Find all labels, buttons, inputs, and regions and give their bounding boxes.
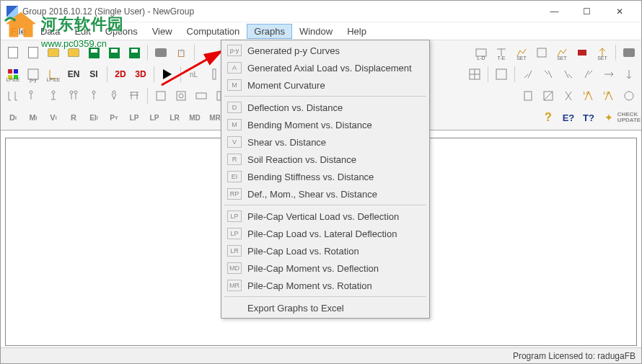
b10-button[interactable] <box>192 86 211 105</box>
dropdown-item[interactable]: MRPile-Cap Moment vs. Rotation <box>223 277 428 294</box>
arr4-button[interactable] <box>579 65 598 84</box>
help-button[interactable]: ? <box>539 108 558 127</box>
open-multi-button[interactable] <box>64 43 83 62</box>
nl-button[interactable]: nL <box>185 65 203 84</box>
b6-button[interactable] <box>105 86 123 105</box>
dropdown-item[interactable]: RPDef., Mom., Shear vs. Distance <box>223 185 428 203</box>
sec2-button[interactable] <box>539 86 558 105</box>
arr6-button[interactable] <box>620 65 638 84</box>
b1-button[interactable] <box>4 86 22 105</box>
lr-button[interactable]: LR <box>165 108 184 127</box>
grid-button[interactable] <box>465 65 484 84</box>
new-multi-button[interactable] <box>24 43 43 62</box>
sec3-button[interactable] <box>559 86 578 105</box>
dropdown-item[interactable]: AGenerated Axial Load vs. Displacement <box>223 59 428 76</box>
dropdown-item[interactable]: p-yGenerated p-y Curves <box>223 42 428 59</box>
new-button[interactable] <box>4 43 22 62</box>
b2-button[interactable] <box>24 86 43 105</box>
dropdown-item[interactable]: LRPile-Cap Load vs. Rotation <box>223 242 428 259</box>
b8-button[interactable] <box>151 86 170 105</box>
b4-button[interactable] <box>64 86 83 105</box>
menu-graphs[interactable]: Graphs <box>247 24 292 39</box>
rect-button[interactable] <box>573 43 592 62</box>
dropdown-item[interactable]: Export Graphs to Excel <box>223 299 428 316</box>
dropdown-item[interactable]: MMoment Curvature <box>223 76 428 94</box>
sec4-button[interactable]: 1.0 <box>579 86 598 105</box>
r-button[interactable]: R <box>64 108 83 127</box>
si-button[interactable]: SI <box>84 65 103 84</box>
update-button[interactable]: CHECKUPDATE <box>620 108 638 127</box>
dropdown-item[interactable]: EIBending Stiffness vs. Distance <box>223 168 428 185</box>
ld-button[interactable]: L-D <box>472 43 491 62</box>
svg-rect-3 <box>8 69 12 74</box>
maximize-button[interactable]: ☐ <box>571 1 603 22</box>
dropdown-item[interactable]: DDeflection vs. Distance <box>223 99 428 116</box>
d-button[interactable]: DI <box>4 108 22 127</box>
e1-button[interactable] <box>492 65 511 84</box>
b5-button[interactable] <box>84 86 103 105</box>
arr5-button[interactable] <box>599 65 618 84</box>
save-as-button[interactable] <box>125 43 144 62</box>
menu-computation[interactable]: Computation <box>180 24 247 39</box>
b3-button[interactable] <box>44 86 63 105</box>
sec5-button[interactable]: 1.0 <box>599 86 618 105</box>
dropdown-item[interactable]: LPPile-Cap Vertical Load vs. Deflection <box>223 208 428 225</box>
m-button[interactable]: MI <box>24 108 43 127</box>
lpile2-button[interactable]: LPILE <box>44 65 63 84</box>
set2-button[interactable]: SET <box>553 43 571 62</box>
dropdown-item[interactable]: MDPile-Cap Moment vs. Deflection <box>223 259 428 277</box>
save-all-button[interactable] <box>105 43 123 62</box>
lpile-button[interactable]: LPILE <box>4 65 22 84</box>
py-button[interactable]: p-y <box>24 65 43 84</box>
dropdown-item[interactable]: RSoil Reaction vs. Distance <box>223 151 428 168</box>
save-button[interactable] <box>84 43 103 62</box>
b9-button[interactable] <box>172 86 190 105</box>
lc-button[interactable] <box>532 43 551 62</box>
menu-data[interactable]: Data <box>33 24 67 39</box>
copy-button[interactable]: 📋 <box>172 43 190 62</box>
ei-button[interactable]: EII <box>84 108 103 127</box>
puzzle-button[interactable]: ✦ <box>599 108 618 127</box>
dropdown-item[interactable]: VShear vs. Distance <box>223 133 428 151</box>
3d-button[interactable]: 3D <box>131 65 150 84</box>
2d-button[interactable]: 2D <box>111 65 130 84</box>
menu-file[interactable]: File <box>4 24 33 39</box>
eq-button[interactable]: E? <box>559 108 578 127</box>
arr3-button[interactable] <box>559 65 578 84</box>
md-button[interactable]: MD <box>185 108 204 127</box>
menu-bar: FileDataEditOptionsViewComputationGraphs… <box>1 22 641 40</box>
tq-button[interactable]: T? <box>579 108 598 127</box>
arr1-button[interactable] <box>519 65 537 84</box>
arr2-button[interactable] <box>539 65 558 84</box>
dropdown-item[interactable]: MBending Moment vs. Distance <box>223 116 428 133</box>
en-button[interactable]: EN <box>64 65 83 84</box>
print2-button[interactable] <box>620 43 638 62</box>
print-button[interactable] <box>151 43 170 62</box>
py2-button[interactable]: PY <box>105 108 123 127</box>
dropdown-separator <box>224 296 426 297</box>
v-button[interactable]: VI <box>44 108 63 127</box>
dropdown-item-label: Export Graphs to Excel <box>247 303 344 314</box>
open-button[interactable] <box>44 43 63 62</box>
run-button[interactable] <box>158 65 177 84</box>
menu-view[interactable]: View <box>145 24 180 39</box>
menu-edit[interactable]: Edit <box>67 24 97 39</box>
lp2-button[interactable]: LP <box>145 108 164 127</box>
menu-window[interactable]: Window <box>292 24 340 39</box>
toolbar-separator <box>154 66 154 82</box>
b7-button[interactable] <box>125 86 144 105</box>
set3-button[interactable]: SET <box>593 43 612 62</box>
toolbar-separator <box>180 66 181 82</box>
dropdown-item-icon: D <box>227 102 242 113</box>
menu-options[interactable]: Options <box>98 24 145 39</box>
close-button[interactable]: ✕ <box>603 1 636 22</box>
svg-rect-28 <box>196 93 206 99</box>
minimize-button[interactable]: — <box>538 1 571 22</box>
dropdown-item[interactable]: LPPile-Cap Load vs. Lateral Deflection <box>223 225 428 242</box>
lp-button[interactable]: LP <box>125 108 144 127</box>
te-button[interactable]: T-E <box>492 43 511 62</box>
menu-help[interactable]: Help <box>340 24 374 39</box>
sec6-button[interactable] <box>620 86 638 105</box>
set1-button[interactable]: SET <box>512 43 531 62</box>
sec1-button[interactable] <box>519 86 537 105</box>
